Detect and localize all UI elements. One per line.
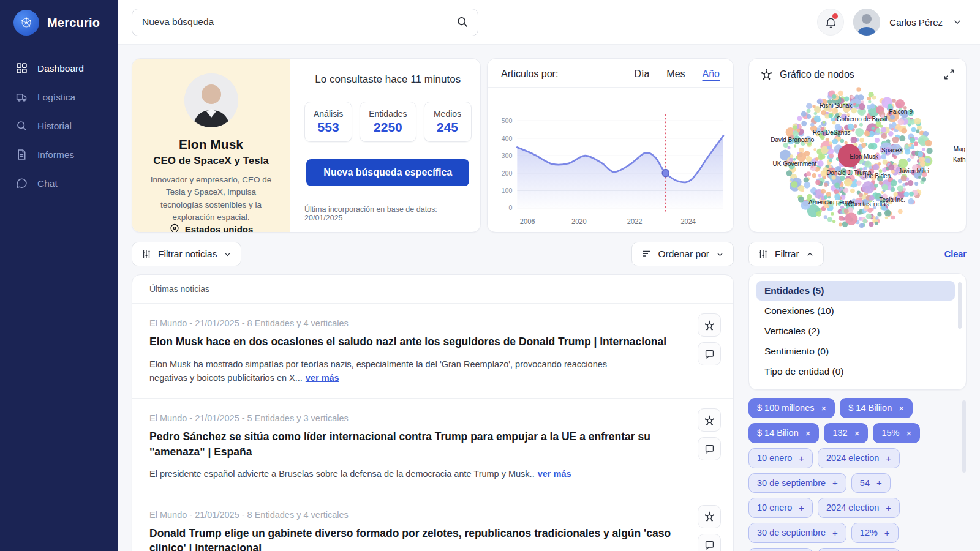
add-icon[interactable]: + xyxy=(832,528,838,538)
news-title[interactable]: Elon Musk hace en dos ocasiones el salud… xyxy=(149,334,682,350)
chart-tab-dia[interactable]: Día xyxy=(634,69,649,80)
comment-button[interactable] xyxy=(698,437,721,460)
clear-filters-link[interactable]: Clear xyxy=(944,249,967,259)
chat-icon xyxy=(15,177,28,190)
filter-chip[interactable]: $ 100 millones× xyxy=(748,398,835,418)
filter-chip[interactable]: 30 de septiembre+ xyxy=(748,523,846,543)
chart-tab-mes[interactable]: Mes xyxy=(666,69,685,80)
news-item: El Mundo - 21/01/2025 - 8 Entidades y 4 … xyxy=(132,304,733,399)
remove-icon[interactable]: × xyxy=(854,429,860,438)
profile-name: Elon Musk xyxy=(179,137,243,152)
filter-chip[interactable]: 10 enero+ xyxy=(748,448,813,468)
filter-chip[interactable]: 30 de septiembre+ xyxy=(748,473,846,493)
notification-dot xyxy=(832,13,838,19)
search-box[interactable] xyxy=(132,9,478,36)
filter-chip[interactable]: 2024 election+ xyxy=(818,498,900,518)
user-menu-chevron-down-icon[interactable] xyxy=(952,17,963,28)
add-icon[interactable]: + xyxy=(832,478,838,487)
expand-icon[interactable] xyxy=(943,69,955,80)
remove-icon[interactable]: × xyxy=(821,403,827,413)
filter-chip[interactable]: 54+ xyxy=(851,473,891,493)
svg-text:200: 200 xyxy=(502,169,513,176)
filter-chip[interactable]: 10 enero+ xyxy=(748,498,813,518)
last-update-text: Última incorporación en base de datos: 2… xyxy=(304,205,472,222)
scrollbar-thumb[interactable] xyxy=(958,282,962,329)
add-icon[interactable]: + xyxy=(884,528,890,538)
read-more-link[interactable]: ver más xyxy=(306,373,339,383)
stat-boxes: Análisis553Entidades2250Medios245 xyxy=(304,102,472,142)
news-list: El Mundo - 21/01/2025 - 8 Entidades y 4 … xyxy=(132,304,733,551)
sort-by-button[interactable]: Ordenar por xyxy=(631,242,734,266)
filter-chip[interactable]: 15%× xyxy=(873,423,920,443)
consulted-ago-text: Lo consultaste hace 11 minutos xyxy=(315,73,461,86)
grid-icon xyxy=(15,62,28,75)
chart-tab-ano[interactable]: Año xyxy=(703,69,720,80)
chart-header: Articulos por: DíaMesAño xyxy=(488,59,733,88)
new-specific-search-button[interactable]: Nueva búsqueda específica xyxy=(306,159,469,186)
news-actions xyxy=(698,505,721,551)
filter-chip[interactable]: 10 enero+ xyxy=(748,548,813,551)
news-item: El Mundo - 21/01/2025 - 8 Entidades y 4 … xyxy=(132,495,733,551)
sidebar-item-historial[interactable]: Historial xyxy=(0,111,118,140)
add-icon[interactable]: + xyxy=(886,454,891,463)
chip-label: 15% xyxy=(881,427,899,439)
add-icon[interactable]: + xyxy=(876,478,882,487)
node-graph-card: Gráfico de nodos Rishi SunakGobierno de … xyxy=(748,58,967,233)
filter-chip[interactable]: $ 14 Biliion× xyxy=(840,398,913,418)
filter-category-conexiones[interactable]: Conexiones (10) xyxy=(756,301,955,321)
remove-icon[interactable]: × xyxy=(899,403,904,413)
user-avatar[interactable] xyxy=(853,9,880,36)
filter-chip[interactable]: 2024 election+ xyxy=(818,448,900,468)
open-node-graph-button[interactable] xyxy=(698,505,721,528)
node-graph-canvas[interactable]: Rishi SunakGobierno de BrasilFalcon 9Ron… xyxy=(749,83,966,232)
open-node-graph-button[interactable] xyxy=(698,408,721,432)
comment-button[interactable] xyxy=(698,534,721,551)
sidebar-item-dashboard[interactable]: Dashboard xyxy=(0,54,118,83)
search-input[interactable] xyxy=(142,17,456,28)
news-title[interactable]: Donald Trump elige un gabinete diverso f… xyxy=(149,526,682,551)
node-graph-header: Gráfico de nodos xyxy=(749,59,966,83)
filter-category-verticales[interactable]: Verticales (2) xyxy=(756,321,955,341)
stat-label: Medios xyxy=(433,109,462,119)
open-node-graph-button[interactable] xyxy=(698,313,721,337)
filter-category-sentimiento[interactable]: Sentimiento (0) xyxy=(756,342,955,361)
filter-chip[interactable]: 2024 election+ xyxy=(818,548,900,551)
remove-icon[interactable]: × xyxy=(805,429,811,438)
share-nodes-icon xyxy=(704,414,715,426)
filter-category-entidades[interactable]: Entidades (5) xyxy=(756,281,955,301)
filter-news-label: Filtrar noticias xyxy=(158,249,217,260)
sidebar-item-chat[interactable]: Chat xyxy=(0,169,118,198)
scrollbar-thumb[interactable] xyxy=(962,400,966,473)
search-icon[interactable] xyxy=(456,15,469,29)
svg-text:100: 100 xyxy=(502,187,513,194)
filter-chip[interactable]: $ 14 Bilion× xyxy=(748,423,819,443)
news-excerpt: Elon Musk ha mostrado simpatías por teor… xyxy=(149,358,627,385)
filter-chip[interactable]: 12%+ xyxy=(851,523,899,543)
document-icon xyxy=(15,148,28,161)
sidebar-item-label: Chat xyxy=(37,178,58,189)
filter-chip[interactable]: 132× xyxy=(824,423,868,443)
chevron-up-icon xyxy=(805,250,815,259)
filter-categories-card: Entidades (5)Conexiones (10)Verticales (… xyxy=(748,273,967,390)
articles-line-chart[interactable]: 0100200300400500 2006202020222024 xyxy=(488,88,733,232)
notifications-button[interactable] xyxy=(817,9,844,36)
main-area: Carlos Pérez Elon Musk CEO de SpaceX y T… xyxy=(118,0,980,551)
add-icon[interactable]: + xyxy=(799,503,804,512)
sidebar-item-logistica[interactable]: Logística xyxy=(0,83,118,111)
add-icon[interactable]: + xyxy=(886,503,891,512)
news-actions xyxy=(698,313,721,365)
sidebar-item-label: Logística xyxy=(37,92,75,103)
read-more-link[interactable]: ver más xyxy=(538,469,571,479)
add-icon[interactable]: + xyxy=(799,454,804,463)
sidebar-item-label: Informes xyxy=(37,149,74,160)
sidebar-item-informes[interactable]: Informes xyxy=(0,140,118,169)
filter-button[interactable]: Filtrar xyxy=(748,242,824,266)
stat-value: 2250 xyxy=(369,120,407,135)
news-title[interactable]: Pedro Sánchez se sitúa como líder intern… xyxy=(149,429,682,459)
comment-button[interactable] xyxy=(698,342,721,365)
svg-text:2022: 2022 xyxy=(627,217,643,225)
filter-news-button[interactable]: Filtrar noticias xyxy=(132,242,241,266)
filter-category-tipo-de-entidad[interactable]: Tipo de entidad (0) xyxy=(756,362,955,381)
remove-icon[interactable]: × xyxy=(906,429,911,438)
chip-label: 30 de septiembre xyxy=(757,527,826,539)
